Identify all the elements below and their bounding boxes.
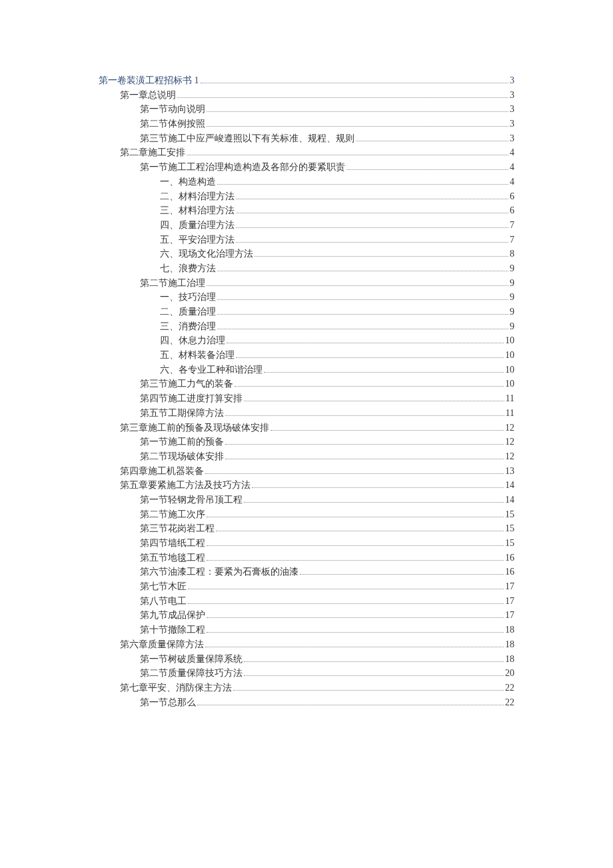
toc-leader (217, 307, 508, 315)
toc-entry: 第三节施工中应严峻遵照以下有关标准、规程、规则3 (99, 131, 514, 146)
toc-leader (216, 525, 504, 532)
toc-page-number: 10 (505, 377, 514, 391)
toc-entry: 第八节电工17 (99, 594, 514, 609)
toc-leader (217, 177, 508, 185)
toc-entry: 第一节施工工程治理构造构造及各部分的要紧职责4 (99, 160, 514, 175)
toc-label: 第四节施工进度打算安排 (140, 391, 243, 406)
toc-entry: 第四章施工机器装备13 (99, 464, 514, 479)
toc-entry: 第三节施工力气的装备10 (99, 377, 514, 391)
toc-page-number: 9 (510, 319, 514, 334)
toc-label: 第八节电工 (140, 594, 187, 609)
toc-page-number: 14 (505, 493, 514, 507)
toc-label: 第十节撤除工程 (140, 623, 205, 637)
toc-leader (188, 582, 504, 589)
toc-page-number: 10 (505, 333, 514, 348)
toc-label: 二、质量治理 (160, 305, 216, 319)
toc-label: 六、各专业工种和谐治理 (160, 363, 263, 377)
toc-leader (225, 452, 504, 459)
toc-label: 五、材料装备治理 (160, 348, 235, 363)
toc-page-number: 16 (505, 551, 514, 565)
toc-label: 第一卷装潢工程招标书 1 (99, 73, 199, 88)
toc-label: 第二节现场破体安排 (140, 449, 224, 464)
toc-entry: 三、消费治理9 (99, 319, 514, 334)
toc-page-number: 20 (505, 666, 514, 681)
toc-leader (300, 568, 504, 575)
toc-leader (236, 206, 508, 213)
toc-label: 第四章施工机器装备 (120, 464, 204, 479)
toc-label: 一、技巧治理 (160, 290, 216, 305)
toc-label: 第一节动向说明 (140, 102, 205, 117)
toc-entry: 第五节地毯工程16 (99, 551, 514, 565)
toc-entry: 第一卷装潢工程招标书 13 (99, 73, 514, 88)
toc-label: 第六章质量保障方法 (120, 637, 204, 652)
toc-leader (233, 683, 504, 691)
toc-leader (264, 365, 504, 373)
toc-page-number: 17 (505, 594, 514, 609)
toc-page-number: 9 (510, 261, 514, 276)
toc-page-number: 9 (510, 290, 514, 305)
toc-page-number: 15 (505, 521, 514, 536)
toc-entry: 第一节施工前的预备12 (99, 435, 514, 449)
toc-entry: 五、材料装备治理10 (99, 348, 514, 363)
toc-label: 第五节地毯工程 (140, 551, 205, 565)
toc-entry: 二、质量治理9 (99, 305, 514, 319)
toc-label: 第一节树破质量保障系统 (140, 652, 243, 667)
toc-leader (244, 495, 504, 503)
toc-label: 第一节施工前的预备 (140, 435, 224, 449)
toc-leader (356, 134, 508, 141)
table-of-contents: 第一卷装潢工程招标书 13第一章总说明3第一节动向说明3第二节体例按照3第三节施… (99, 73, 514, 709)
toc-label: 六、现场文化治理方法 (160, 247, 253, 261)
toc-entry: 五、平安治理方法7 (99, 233, 514, 247)
toc-page-number: 3 (510, 88, 514, 103)
toc-label: 第四节墙纸工程 (140, 536, 205, 551)
toc-page-number: 6 (510, 189, 514, 204)
toc-entry: 第一节动向说明3 (99, 102, 514, 117)
toc-page-number: 15 (505, 536, 514, 551)
toc-label: 三、材料治理方法 (160, 203, 235, 218)
toc-leader (236, 235, 508, 243)
toc-leader (177, 91, 508, 98)
toc-entry: 第十节撤除工程18 (99, 623, 514, 637)
toc-entry: 第二节施工次序15 (99, 507, 514, 522)
document-page: 第一卷装潢工程招标书 13第一章总说明3第一节动向说明3第二节体例按照3第三节施… (0, 0, 613, 868)
toc-page-number: 12 (505, 421, 514, 435)
toc-label: 第六节油漆工程：要紧为石膏板的油漆 (140, 565, 299, 579)
toc-page-number: 3 (510, 102, 514, 117)
toc-label: 第九节成品保护 (140, 608, 205, 623)
toc-page-number: 7 (510, 233, 514, 247)
toc-label: 第一章总说明 (120, 88, 176, 103)
toc-leader (207, 119, 508, 127)
toc-page-number: 18 (505, 623, 514, 637)
toc-entry: 第一节树破质量保障系统18 (99, 652, 514, 667)
toc-page-number: 12 (505, 449, 514, 464)
toc-leader (225, 437, 504, 445)
toc-entry: 第五章要紧施工方法及技巧方法14 (99, 478, 514, 493)
toc-page-number: 6 (510, 203, 514, 218)
toc-entry: 第三节花岗岩工程15 (99, 521, 514, 536)
toc-leader (271, 423, 504, 431)
toc-page-number: 4 (510, 175, 514, 189)
toc-leader (207, 510, 504, 517)
toc-entry: 第三章施工前的预备及现场破体安排12 (99, 421, 514, 435)
toc-page-number: 18 (505, 652, 514, 667)
toc-label: 第一节总那么 (140, 695, 196, 710)
toc-entry: 第二节质量保障技巧方法20 (99, 666, 514, 681)
toc-label: 第三节施工力气的装备 (140, 377, 233, 391)
toc-label: 第三节花岗岩工程 (140, 521, 215, 536)
toc-page-number: 12 (505, 435, 514, 449)
toc-entry: 七、浪费方法9 (99, 261, 514, 276)
toc-label: 第一节轻钢龙骨吊顶工程 (140, 493, 243, 507)
toc-leader (244, 655, 504, 662)
toc-page-number: 7 (510, 218, 514, 233)
toc-page-number: 11 (506, 406, 514, 421)
toc-page-number: 15 (505, 507, 514, 522)
toc-page-number: 17 (505, 608, 514, 623)
toc-entry: 第二节体例按照3 (99, 117, 514, 131)
toc-leader (197, 698, 504, 705)
toc-entry: 第六节油漆工程：要紧为石膏板的油漆16 (99, 565, 514, 579)
toc-page-number: 3 (510, 117, 514, 131)
toc-label: 三、消费治理 (160, 319, 216, 334)
toc-label: 第三章施工前的预备及现场破体安排 (120, 421, 269, 435)
toc-page-number: 4 (510, 145, 514, 160)
toc-page-number: 10 (505, 363, 514, 377)
